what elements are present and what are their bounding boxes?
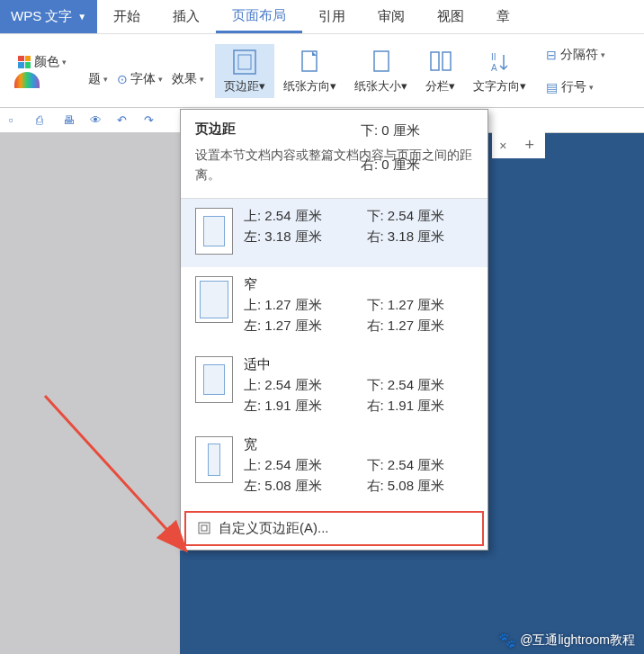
theme-button[interactable]: 题▾: [85, 69, 112, 89]
margin-button[interactable]: 页边距▾: [215, 44, 274, 98]
color-button[interactable]: 颜色▾: [14, 52, 70, 72]
document-tabs: × +: [492, 132, 545, 158]
page-margin-area: [0, 133, 180, 654]
chevron-down-icon: ▾: [259, 79, 265, 93]
columns-icon: [426, 48, 455, 76]
svg-rect-8: [199, 523, 210, 533]
preset-right: 右: 1.27 厘米: [367, 318, 474, 335]
textdir-icon: IIA: [486, 48, 514, 76]
svg-text:II: II: [491, 52, 496, 62]
color-label: 颜色: [34, 54, 59, 70]
preset-left: 左: 1.27 厘米: [244, 318, 351, 335]
titlebar: WPS 文字 ▼ 开始插入页面布局引用审阅视图章: [0, 0, 644, 34]
watermark: 🐾 @互通lightroom教程: [498, 632, 635, 649]
breaks-button[interactable]: ⊟分隔符▾: [542, 45, 609, 65]
tab-引用[interactable]: 引用: [302, 0, 362, 33]
preset-left: 左: 5.08 厘米: [244, 478, 351, 495]
close-tab-icon[interactable]: ×: [492, 135, 514, 157]
watermark-text: @互通lightroom教程: [520, 632, 635, 649]
margin-icon: [230, 48, 259, 76]
preset-name: 宽: [244, 436, 473, 453]
font-icon: ⊙: [117, 72, 128, 86]
print-icon[interactable]: 🖶: [63, 113, 77, 128]
preset-top: 上: 2.54 厘米: [244, 377, 351, 394]
save-icon[interactable]: ⎙: [36, 113, 50, 128]
preset-body: 适中 上: 2.54 厘米 下: 2.54 厘米 左: 1.91 厘米 右: 1…: [244, 356, 473, 415]
preset-option-3[interactable]: 宽 上: 2.54 厘米 下: 2.54 厘米 左: 5.08 厘米 右: 5.…: [181, 427, 487, 507]
effect-button[interactable]: 效果▾: [168, 69, 208, 89]
preset-body: 宽 上: 2.54 厘米 下: 2.54 厘米 左: 5.08 厘米 右: 5.…: [244, 436, 473, 495]
paw-icon: 🐾: [498, 632, 516, 649]
dropdown-header: 页边距 设置本节文档内容或整篇文档内容与页面之间的距离。 下: 0 厘米 右: …: [181, 110, 487, 199]
preset-option-2[interactable]: 适中 上: 2.54 厘米 下: 2.54 厘米 左: 1.91 厘米 右: 1…: [181, 347, 487, 427]
preset-icon: [195, 356, 233, 403]
app-name: WPS 文字: [11, 8, 72, 25]
color-palette-icon: [18, 56, 31, 68]
preset-bottom: 下: 2.54 厘米: [367, 208, 474, 225]
svg-rect-9: [201, 525, 207, 531]
preset-option-1[interactable]: 窄 上: 1.27 厘米 下: 1.27 厘米 左: 1.27 厘米 右: 1.…: [181, 267, 487, 347]
font-button[interactable]: ⊙字体▾: [113, 69, 166, 89]
tab-开始[interactable]: 开始: [97, 0, 157, 33]
preset-name: 适中: [244, 356, 473, 373]
preset-option-0[interactable]: 上: 2.54 厘米 下: 2.54 厘米 左: 3.18 厘米 右: 3.18…: [181, 199, 487, 267]
redo-icon[interactable]: ↷: [144, 113, 158, 128]
tab-视图[interactable]: 视图: [421, 0, 480, 33]
svg-rect-3: [374, 51, 389, 71]
add-tab-icon[interactable]: +: [514, 132, 545, 158]
preset-top: 上: 1.27 厘米: [244, 297, 351, 314]
margin-dropdown: 页边距 设置本节文档内容或整篇文档内容与页面之间的距离。 下: 0 厘米 右: …: [180, 109, 488, 551]
ribbon-breaks-group: ⊟分隔符▾ ▤行号▾: [535, 41, 616, 101]
chevron-down-icon: ▼: [77, 12, 86, 22]
svg-rect-0: [234, 50, 255, 74]
preset-top: 上: 2.54 厘米: [244, 457, 351, 474]
preset-right: 右: 5.08 厘米: [367, 478, 474, 495]
custom-margin-icon: [197, 521, 211, 535]
columns-button[interactable]: 分栏▾: [416, 44, 464, 98]
svg-rect-5: [443, 52, 451, 70]
size-button[interactable]: 纸张大小▾: [345, 44, 416, 98]
preset-bottom: 下: 1.27 厘米: [367, 297, 474, 314]
preset-icon: [195, 276, 233, 323]
ribbon: 颜色▾ 题▾ ⊙字体▾ 效果▾ 页边距▾ 纸张方向▾ 纸张大小▾ 分栏▾ IIA…: [0, 34, 644, 108]
orientation-button[interactable]: 纸张方向▾: [274, 44, 345, 98]
preset-body: 窄 上: 1.27 厘米 下: 1.27 厘米 左: 1.27 厘米 右: 1.…: [244, 276, 473, 335]
custom-margin-label: 自定义页边距(A)...: [219, 520, 329, 537]
extra-val-top: 下: 0 厘米: [361, 122, 420, 139]
preset-body: 上: 2.54 厘米 下: 2.54 厘米 左: 3.18 厘米 右: 3.18…: [244, 208, 473, 255]
app-title[interactable]: WPS 文字 ▼: [0, 0, 97, 33]
preset-bottom: 下: 2.54 厘米: [367, 457, 474, 474]
preset-left: 左: 1.91 厘米: [244, 398, 351, 415]
ribbon-theme-group: 颜色▾: [7, 49, 77, 94]
menu-tabs: 开始插入页面布局引用审阅视图章: [97, 0, 526, 33]
svg-text:A: A: [491, 63, 497, 73]
svg-rect-1: [238, 55, 251, 69]
linenum-button[interactable]: ▤行号▾: [542, 77, 597, 97]
tab-章[interactable]: 章: [480, 0, 526, 33]
dropdown-title: 页边距: [195, 121, 473, 138]
preset-icon: [195, 208, 233, 255]
extra-val-right: 右: 0 厘米: [361, 157, 420, 174]
tab-页面布局[interactable]: 页面布局: [216, 0, 302, 33]
ribbon-font-group: 题▾ ⊙字体▾ 效果▾: [77, 66, 215, 93]
svg-rect-4: [431, 52, 439, 70]
undo-icon[interactable]: ↶: [117, 113, 131, 128]
theme-icon: [14, 72, 40, 88]
tab-审阅[interactable]: 审阅: [362, 0, 421, 33]
dropdown-description: 设置本节文档内容或整篇文档内容与页面之间的距离。: [195, 145, 473, 185]
orientation-icon: [296, 48, 325, 76]
linenum-icon: ▤: [546, 80, 558, 94]
new-icon[interactable]: ▫: [9, 113, 23, 128]
preset-top: 上: 2.54 厘米: [244, 208, 351, 225]
preview-icon[interactable]: 👁: [90, 113, 104, 128]
tab-插入[interactable]: 插入: [157, 0, 216, 33]
preset-bottom: 下: 2.54 厘米: [367, 377, 474, 394]
custom-margin-button[interactable]: 自定义页边距(A)...: [184, 511, 484, 546]
preset-left: 左: 3.18 厘米: [244, 228, 351, 246]
textdir-button[interactable]: IIA 文字方向▾: [464, 44, 535, 98]
size-icon: [367, 48, 396, 76]
preset-icon: [195, 436, 233, 483]
preset-name: 窄: [244, 276, 473, 293]
preset-right: 右: 3.18 厘米: [367, 228, 474, 246]
preset-right: 右: 1.91 厘米: [367, 398, 474, 415]
